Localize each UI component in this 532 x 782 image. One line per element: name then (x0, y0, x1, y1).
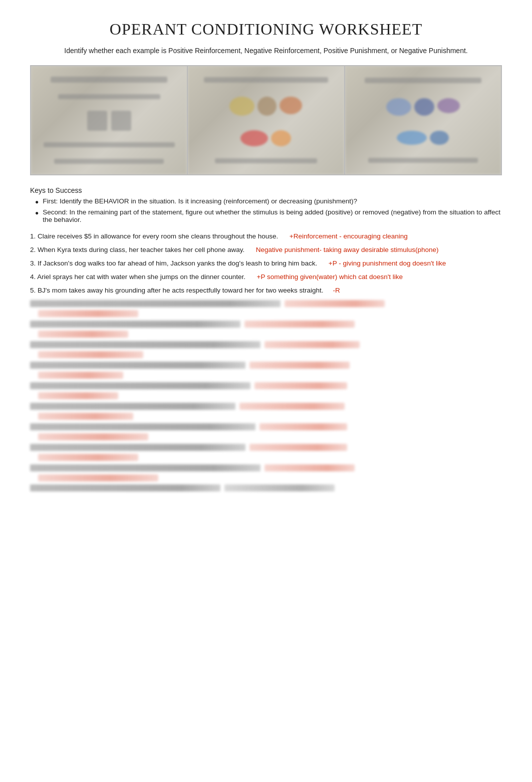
question-2-number: 2. (30, 246, 36, 253)
question-1-answer: +Reinforcement - encouraging cleaning (290, 232, 408, 240)
question-3: 3. If Jackson's dog walks too far ahead … (30, 258, 502, 269)
question-4-text: Ariel sprays her cat with water when she… (37, 273, 245, 281)
question-3-answer: +P - giving punishment dog doesn't like (329, 259, 446, 267)
image-cell-1 (31, 66, 188, 174)
blurred-questions-section (30, 300, 502, 491)
keys-title: Keys to Success (30, 186, 502, 194)
image-grid (30, 65, 502, 175)
question-2: 2. When Kyra texts during class, her tea… (30, 245, 502, 255)
subtitle: Identify whether each example is Positiv… (30, 46, 502, 56)
keys-section: Keys to Success First: Identify the BEHA… (30, 186, 502, 223)
page-title: OPERANT CONDITIONING WORKSHEET (30, 20, 502, 39)
question-5: 5. BJ's mom takes away his grounding aft… (30, 286, 502, 296)
question-1: 1. Claire receives $5 in allowance for e… (30, 231, 502, 242)
keys-item-2: Second: In the remaining part of the sta… (35, 208, 502, 223)
question-5-text: BJ's mom takes away his grounding after … (38, 287, 324, 294)
question-4-number: 4. (30, 273, 36, 281)
keys-item-1: First: Identify the BEHAVIOR in the situ… (35, 197, 502, 205)
question-2-answer: Negative punishment- taking away desirab… (256, 246, 439, 253)
question-5-answer: -R (333, 287, 340, 294)
question-3-number: 3. (30, 259, 36, 267)
image-cell-3 (345, 66, 501, 174)
image-cell-2 (188, 66, 345, 174)
keys-list: First: Identify the BEHAVIOR in the situ… (30, 197, 502, 223)
question-1-text: Claire receives $5 in allowance for ever… (38, 232, 278, 240)
question-2-text: When Kyra texts during class, her teache… (38, 246, 244, 253)
question-4: 4. Ariel sprays her cat with water when … (30, 272, 502, 283)
questions-section: 1. Claire receives $5 in allowance for e… (30, 231, 502, 491)
question-1-number: 1. (30, 232, 36, 240)
question-3-text: If Jackson's dog walks too far ahead of … (38, 259, 317, 267)
question-5-number: 5. (30, 287, 36, 294)
question-4-answer: +P something given(water) which cat does… (257, 273, 403, 281)
